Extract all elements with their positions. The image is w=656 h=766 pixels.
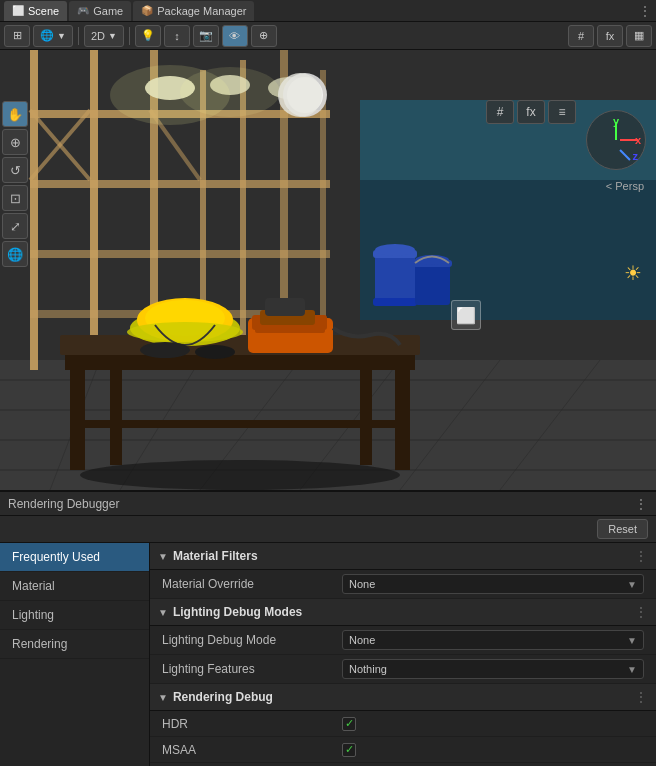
- reset-button[interactable]: Reset: [597, 519, 648, 539]
- fx-button[interactable]: fx: [597, 25, 623, 47]
- fx-toggle-button[interactable]: fx: [517, 100, 545, 124]
- scene-toolbar: ⊞ 🌐 ▼ 2D ▼ 💡 ↕ 📷 👁 ⊕ # fx ▦: [0, 22, 656, 50]
- eye-button[interactable]: 👁: [222, 25, 248, 47]
- viewport[interactable]: ✋ ⊕ ↺ ⊡ ⤢ 🌐 y x z < Persp # fx ≡ ⬜ ☀: [0, 50, 656, 490]
- lighting-debug-mode-label: Lighting Debug Mode: [162, 633, 342, 647]
- light-button[interactable]: 💡: [135, 25, 161, 47]
- svg-rect-38: [65, 355, 415, 370]
- tab-bar: ⬜ Scene 🎮 Game 📦 Package Manager ⋮: [0, 0, 656, 22]
- lighting-debug-arrow: ▼: [158, 607, 168, 618]
- layers-button[interactable]: ⊕: [251, 25, 277, 47]
- sidebar-item-material[interactable]: Material: [0, 572, 149, 601]
- tab-game[interactable]: 🎮 Game: [69, 1, 131, 21]
- gizmo-inner: y x z: [586, 110, 646, 170]
- material-filters-menu[interactable]: ⋮: [634, 548, 648, 564]
- cube-icon[interactable]: ⬜: [451, 300, 481, 330]
- hand-tool-button[interactable]: ✋: [2, 101, 28, 127]
- sun-light-button[interactable]: ☀: [620, 260, 646, 286]
- svg-rect-37: [60, 335, 420, 355]
- material-override-selected: None: [349, 578, 375, 590]
- move-tool-button[interactable]: ⊕: [2, 129, 28, 155]
- lighting-features-selected: Nothing: [349, 663, 387, 675]
- material-override-label: Material Override: [162, 577, 342, 591]
- lighting-debug-mode-dropdown[interactable]: None ▼: [342, 630, 644, 650]
- lighting-features-value: Nothing ▼: [342, 659, 644, 679]
- msaa-label: MSAA: [162, 743, 342, 757]
- lighting-features-row: Lighting Features Nothing ▼: [150, 655, 656, 684]
- svg-point-58: [375, 244, 415, 256]
- svg-rect-41: [110, 370, 122, 465]
- game-tab-label: Game: [93, 5, 123, 17]
- toolbar-separator-1: [78, 27, 79, 45]
- lighting-debug-menu[interactable]: ⋮: [634, 604, 648, 620]
- hdr-label: HDR: [162, 717, 342, 731]
- svg-rect-16: [90, 50, 98, 370]
- material-filters-section-header[interactable]: ▼ Material Filters ⋮: [150, 543, 656, 570]
- panel-body: Frequently Used Material Lighting Render…: [0, 543, 656, 766]
- material-override-row: Material Override None ▼: [150, 570, 656, 599]
- render-button[interactable]: ▦: [626, 25, 652, 47]
- material-override-value: None ▼: [342, 574, 644, 594]
- panel-toolbar: Reset: [0, 516, 656, 543]
- svg-rect-55: [375, 250, 415, 305]
- material-override-arrow: ▼: [627, 579, 637, 590]
- sidebar-item-lighting[interactable]: Lighting: [0, 601, 149, 630]
- rendering-debug-menu[interactable]: ⋮: [634, 689, 648, 705]
- rotate-tool-button[interactable]: ↺: [2, 157, 28, 183]
- svg-rect-15: [30, 50, 38, 370]
- gizmo-x-label: x: [635, 134, 641, 146]
- material-filters-arrow: ▼: [158, 551, 168, 562]
- svg-point-47: [127, 322, 243, 342]
- material-override-dropdown[interactable]: None ▼: [342, 574, 644, 594]
- panel-menu-button[interactable]: ⋮: [634, 496, 648, 512]
- lighting-features-dropdown[interactable]: Nothing ▼: [342, 659, 644, 679]
- svg-rect-52: [255, 325, 325, 333]
- viewport-top-right-controls: # fx ≡: [486, 100, 576, 124]
- lighting-debug-title: Lighting Debug Modes: [173, 605, 634, 619]
- svg-point-54: [195, 345, 235, 359]
- material-filters-title: Material Filters: [173, 549, 634, 563]
- perspective-label: < Persp: [606, 180, 644, 192]
- tab-package-manager[interactable]: 📦 Package Manager: [133, 1, 254, 21]
- svg-point-53: [140, 342, 190, 358]
- left-toolbar: ✋ ⊕ ↺ ⊡ ⤢ 🌐: [2, 101, 28, 267]
- package-tab-label: Package Manager: [157, 5, 246, 17]
- lighting-features-label: Lighting Features: [162, 662, 342, 676]
- svg-rect-23: [30, 180, 330, 188]
- move-button[interactable]: ↕: [164, 25, 190, 47]
- svg-rect-42: [360, 370, 372, 465]
- scene-tab-icon: ⬜: [12, 5, 24, 16]
- rendering-debug-arrow: ▼: [158, 692, 168, 703]
- tab-scene[interactable]: ⬜ Scene: [4, 1, 67, 21]
- game-tab-icon: 🎮: [77, 5, 89, 16]
- transform-tool-button[interactable]: ⤢: [2, 213, 28, 239]
- grid-toggle-button[interactable]: #: [486, 100, 514, 124]
- rendering-debug-section-header[interactable]: ▼ Rendering Debug ⋮: [150, 684, 656, 711]
- layout-button[interactable]: ⊞: [4, 25, 30, 47]
- hdr-value: ✓: [342, 717, 644, 731]
- sidebar: Frequently Used Material Lighting Render…: [0, 543, 150, 766]
- msaa-checkbox[interactable]: ✓: [342, 743, 356, 757]
- globe-dropdown[interactable]: 🌐 ▼: [33, 25, 73, 47]
- scene-tab-label: Scene: [28, 5, 59, 17]
- stats-toggle-button[interactable]: ≡: [548, 100, 576, 124]
- lighting-features-arrow: ▼: [627, 664, 637, 675]
- world-tool-button[interactable]: 🌐: [2, 241, 28, 267]
- mode-dropdown[interactable]: 2D ▼: [84, 25, 124, 47]
- scale-tool-button[interactable]: ⊡: [2, 185, 28, 211]
- lighting-debug-section-header[interactable]: ▼ Lighting Debug Modes ⋮: [150, 599, 656, 626]
- package-tab-icon: 📦: [141, 5, 153, 16]
- svg-rect-24: [30, 250, 330, 258]
- sidebar-item-frequently-used[interactable]: Frequently Used: [0, 543, 149, 572]
- hdr-checkbox[interactable]: ✓: [342, 717, 356, 731]
- main-content: ▼ Material Filters ⋮ Material Override N…: [150, 543, 656, 766]
- camera-button[interactable]: 📷: [193, 25, 219, 47]
- tab-bar-menu-button[interactable]: ⋮: [638, 3, 652, 19]
- svg-rect-51: [265, 298, 305, 316]
- sidebar-item-rendering[interactable]: Rendering: [0, 630, 149, 659]
- lighting-debug-mode-arrow: ▼: [627, 635, 637, 646]
- svg-point-62: [80, 460, 400, 490]
- mode-label: 2D: [91, 30, 105, 42]
- scene-gizmo[interactable]: y x z: [586, 110, 646, 170]
- grid-button[interactable]: #: [568, 25, 594, 47]
